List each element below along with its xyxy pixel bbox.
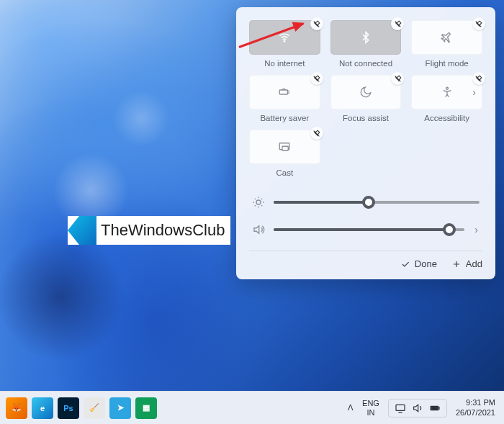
plus-icon xyxy=(451,259,462,269)
svg-rect-1 xyxy=(280,90,288,94)
svg-rect-7 xyxy=(396,405,405,410)
battery-saver-icon xyxy=(278,86,291,99)
taskbar: 🦊 e Ps 🧹 ➤ ▦ ᐱ ENG IN 9:31 PM 26/07/2021 xyxy=(0,391,504,424)
svg-rect-5 xyxy=(282,146,288,150)
taskbar-app-photoshop[interactable]: Ps xyxy=(58,397,79,419)
tile-label: Flight mode xyxy=(411,59,482,68)
tray-status-group[interactable] xyxy=(388,399,447,418)
svg-rect-2 xyxy=(288,91,289,94)
tile-label: Focus assist xyxy=(330,114,402,122)
cast-tile[interactable] xyxy=(249,130,320,164)
battery-tray-icon xyxy=(429,402,441,414)
volume-flyout-button[interactable]: › xyxy=(473,224,480,235)
brightness-row xyxy=(249,189,482,216)
unpin-button[interactable] xyxy=(472,17,485,30)
tile-label: Cast xyxy=(249,168,320,177)
clock-time: 9:31 PM xyxy=(456,398,495,408)
unpin-icon xyxy=(312,19,321,29)
unpin-icon xyxy=(474,19,483,29)
panel-footer: Done Add xyxy=(249,251,482,269)
unpin-button[interactable] xyxy=(310,127,323,140)
airplane-icon xyxy=(441,31,454,44)
accessibility-tile[interactable]: › xyxy=(411,75,482,109)
tile-label: Accessibility xyxy=(411,114,482,122)
unpin-icon xyxy=(312,74,321,84)
tile-battery-saver: Battery saver xyxy=(249,75,320,122)
add-label: Add xyxy=(466,258,482,269)
taskbar-app-edge[interactable]: e xyxy=(32,397,53,419)
volume-row: › xyxy=(249,216,482,243)
quick-settings-panel: No internet Not connected Flight mode xyxy=(236,7,495,279)
tile-label: Not connected xyxy=(330,59,402,68)
unpin-button[interactable] xyxy=(391,72,404,85)
unpin-button[interactable] xyxy=(310,72,323,85)
tray-overflow-button[interactable]: ᐱ xyxy=(348,403,354,412)
taskbar-app-telegram[interactable]: ➤ xyxy=(109,397,131,419)
unpin-button[interactable] xyxy=(391,17,404,30)
tile-label: No internet xyxy=(249,59,320,68)
lang-line2: IN xyxy=(362,408,379,418)
watermark: TheWindowsClub xyxy=(68,216,230,245)
unpin-icon xyxy=(393,19,402,29)
system-tray: ᐱ ENG IN 9:31 PM 26/07/2021 xyxy=(348,398,498,418)
check-icon xyxy=(400,259,410,269)
svg-point-3 xyxy=(446,87,448,89)
tile-label: Battery saver xyxy=(249,114,320,122)
volume-tray-icon xyxy=(412,402,423,414)
watermark-text: TheWindowsClub xyxy=(101,221,225,240)
taskbar-app-ccleaner[interactable]: 🧹 xyxy=(84,397,105,419)
flight-mode-tile[interactable] xyxy=(411,20,482,55)
done-button[interactable]: Done xyxy=(400,258,437,269)
brightness-icon xyxy=(252,196,265,209)
unpin-button[interactable] xyxy=(310,17,323,30)
tile-bluetooth: Not connected xyxy=(330,20,402,68)
svg-rect-9 xyxy=(438,407,439,409)
wifi-tile[interactable] xyxy=(249,20,320,55)
tile-cast: Cast xyxy=(249,130,320,177)
svg-point-6 xyxy=(256,200,261,204)
cast-icon xyxy=(278,140,291,153)
network-tray-icon xyxy=(395,402,406,414)
slider-thumb[interactable] xyxy=(362,196,375,209)
tile-wifi: No internet xyxy=(249,20,320,68)
clock-date: 26/07/2021 xyxy=(456,408,495,418)
svg-point-0 xyxy=(284,41,286,42)
done-label: Done xyxy=(415,258,437,269)
svg-rect-10 xyxy=(431,407,437,409)
tile-flight-mode: Flight mode xyxy=(411,20,482,68)
slider-thumb[interactable] xyxy=(443,223,456,236)
bluetooth-icon xyxy=(359,31,372,44)
volume-slider[interactable] xyxy=(274,228,464,231)
unpin-button[interactable] xyxy=(472,72,485,85)
brightness-slider[interactable] xyxy=(274,201,480,204)
volume-icon xyxy=(252,223,265,236)
tile-focus-assist: Focus assist xyxy=(330,75,402,122)
lang-line1: ENG xyxy=(362,399,379,408)
clock[interactable]: 9:31 PM 26/07/2021 xyxy=(456,398,498,418)
taskbar-app-firefox[interactable]: 🦊 xyxy=(6,397,27,419)
unpin-icon xyxy=(474,74,483,84)
unpin-icon xyxy=(393,74,402,84)
add-button[interactable]: Add xyxy=(451,258,482,269)
taskbar-app-libre[interactable]: ▦ xyxy=(135,397,157,419)
chevron-right-icon: › xyxy=(471,86,477,98)
taskbar-apps: 🦊 e Ps 🧹 ➤ ▦ xyxy=(6,397,157,419)
tile-accessibility: › Accessibility xyxy=(411,75,482,122)
moon-icon xyxy=(359,86,372,99)
unpin-icon xyxy=(312,129,321,138)
battery-saver-tile[interactable] xyxy=(249,75,320,109)
language-indicator[interactable]: ENG IN xyxy=(362,399,379,417)
quick-settings-tiles: No internet Not connected Flight mode xyxy=(249,20,482,177)
accessibility-icon xyxy=(441,86,454,99)
watermark-logo-icon xyxy=(68,216,96,245)
